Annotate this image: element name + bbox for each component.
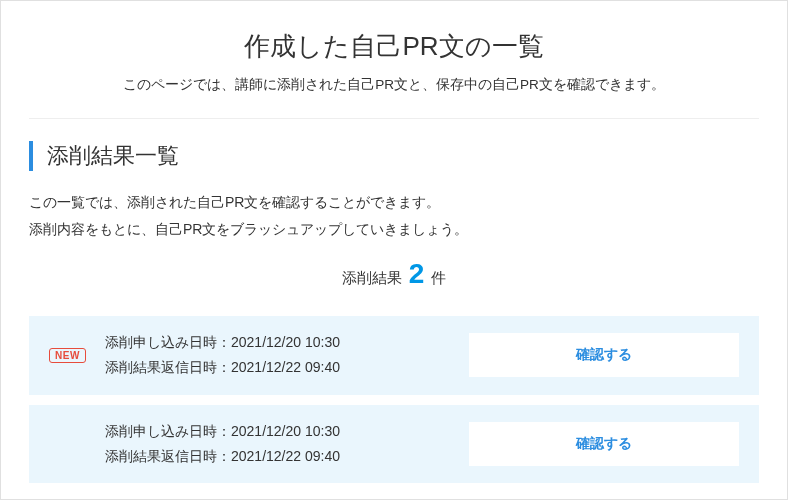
result-count: 添削結果 2 件 <box>29 258 759 290</box>
reply-datetime: 添削結果返信日時：2021/12/22 09:40 <box>105 355 459 380</box>
result-item: NEW添削申し込み日時：2021/12/20 10:30添削結果返信日時：202… <box>29 316 759 394</box>
confirm-button[interactable]: 確認する <box>469 422 739 466</box>
confirm-button[interactable]: 確認する <box>469 333 739 377</box>
item-info: 添削申し込み日時：2021/12/20 10:30添削結果返信日時：2021/1… <box>105 419 459 469</box>
button-column: 確認する <box>459 422 739 466</box>
count-suffix: 件 <box>431 269 446 286</box>
item-info: 添削申し込み日時：2021/12/20 10:30添削結果返信日時：2021/1… <box>105 330 459 380</box>
page-subtitle: このページでは、講師に添削された自己PR文と、保存中の自己PR文を確認できます。 <box>21 76 767 94</box>
section-title: 添削結果一覧 <box>29 141 759 171</box>
button-column: 確認する <box>459 333 739 377</box>
reply-datetime: 添削結果返信日時：2021/12/22 09:40 <box>105 444 459 469</box>
result-item: 添削申し込み日時：2021/12/20 10:30添削結果返信日時：2021/1… <box>29 405 759 483</box>
count-number: 2 <box>409 258 425 289</box>
desc-line: 添削内容をもとに、自己PR文をブラッシュアップしていきましょう。 <box>29 216 759 243</box>
apply-datetime: 添削申し込み日時：2021/12/20 10:30 <box>105 330 459 355</box>
badge-column: NEW <box>49 348 105 363</box>
page-title: 作成した自己PR文の一覧 <box>21 29 767 64</box>
new-badge: NEW <box>49 348 86 363</box>
count-prefix: 添削結果 <box>342 269 402 286</box>
apply-datetime: 添削申し込み日時：2021/12/20 10:30 <box>105 419 459 444</box>
desc-line: この一覧では、添削された自己PR文を確認することができます。 <box>29 189 759 216</box>
section-description: この一覧では、添削された自己PR文を確認することができます。 添削内容をもとに、… <box>29 189 759 242</box>
